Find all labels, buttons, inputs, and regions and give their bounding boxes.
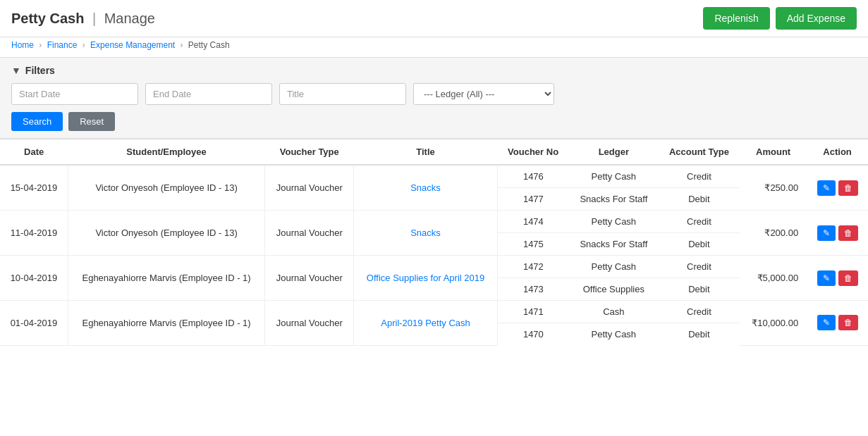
cell-account-type-1: Credit <box>659 256 740 278</box>
cell-ledger-1: Petty Cash <box>569 211 659 233</box>
breadcrumb-sep-2: › <box>82 40 85 50</box>
cell-title[interactable]: April-2019 Petty Cash <box>354 301 498 346</box>
cell-ledger-2: Petty Cash <box>569 323 659 346</box>
cell-date: 15-04-2019 <box>0 165 68 211</box>
start-date-input[interactable] <box>11 83 138 105</box>
cell-voucher-type: Journal Voucher <box>265 256 354 301</box>
cell-action: ✎ 🗑 <box>807 256 868 301</box>
col-action: Action <box>807 139 868 166</box>
cell-title[interactable]: Snacks <box>354 165 498 211</box>
delete-button[interactable]: 🗑 <box>838 180 858 196</box>
col-voucher-type: Voucher Type <box>265 139 354 166</box>
cell-amount: ₹5,000.00 <box>740 256 807 301</box>
title-separator: | <box>92 11 96 26</box>
cell-employee: Eghenayahiorre Marvis (Employee ID - 1) <box>68 301 265 346</box>
delete-button[interactable]: 🗑 <box>838 225 858 241</box>
edit-button[interactable]: ✎ <box>817 315 836 330</box>
cell-voucher-no-1: 1474 <box>497 211 569 233</box>
cell-employee: Eghenayahiorre Marvis (Employee ID - 1) <box>68 256 265 301</box>
cell-ledger-2: Snacks For Staff <box>569 233 659 256</box>
cell-amount: ₹250.00 <box>740 165 807 211</box>
cell-ledger-1: Cash <box>569 301 659 323</box>
cell-voucher-type: Journal Voucher <box>265 211 354 256</box>
cell-voucher-no-2: 1470 <box>497 323 569 346</box>
expense-table: Date Student/Employee Voucher Type Title… <box>0 139 868 346</box>
cell-voucher-no-2: 1477 <box>497 188 569 211</box>
search-button[interactable]: Search <box>11 112 63 131</box>
filters-actions: Search Reset <box>11 112 857 131</box>
cell-account-type-1: Credit <box>659 165 740 188</box>
cell-ledger-2: Snacks For Staff <box>569 188 659 211</box>
title-petty-cash: Petty Cash <box>11 11 84 26</box>
header-buttons: Replenish Add Expense <box>703 7 857 30</box>
edit-button[interactable]: ✎ <box>817 225 836 241</box>
col-account-type: Account Type <box>659 139 740 166</box>
cell-voucher-type: Journal Voucher <box>265 165 354 211</box>
delete-button[interactable]: 🗑 <box>838 315 858 330</box>
cell-account-type-1: Credit <box>659 211 740 233</box>
cell-date: 01-04-2019 <box>0 301 68 346</box>
ledger-select[interactable]: --- Ledger (All) --- Petty Cash Cash Off… <box>413 83 554 105</box>
cell-account-type-2: Debit <box>659 188 740 211</box>
filters-title: ▼ Filters <box>11 65 857 76</box>
filter-icon: ▼ <box>11 65 21 76</box>
cell-amount: ₹200.00 <box>740 211 807 256</box>
table-row: 11-04-2019 Victor Onyesoh (Employee ID -… <box>0 211 868 233</box>
filters-label: Filters <box>25 65 55 76</box>
table-row: 15-04-2019 Victor Onyesoh (Employee ID -… <box>0 165 868 188</box>
add-expense-button[interactable]: Add Expense <box>776 7 857 30</box>
delete-button[interactable]: 🗑 <box>838 270 858 286</box>
breadcrumb-home[interactable]: Home <box>11 40 34 50</box>
table-row: 10-04-2019 Eghenayahiorre Marvis (Employ… <box>0 256 868 278</box>
page-header: Petty Cash | Manage Replenish Add Expens… <box>0 0 868 37</box>
table-header-row: Date Student/Employee Voucher Type Title… <box>0 139 868 166</box>
breadcrumb-sep-3: › <box>181 40 183 50</box>
filters-row: --- Ledger (All) --- Petty Cash Cash Off… <box>11 83 857 105</box>
cell-account-type-2: Debit <box>659 278 740 301</box>
cell-voucher-no-2: 1473 <box>497 278 569 301</box>
cell-ledger-1: Petty Cash <box>569 256 659 278</box>
title-link[interactable]: April-2019 Petty Cash <box>381 318 470 328</box>
col-amount: Amount <box>740 139 807 166</box>
table-wrapper: Date Student/Employee Voucher Type Title… <box>0 139 868 346</box>
cell-action: ✎ 🗑 <box>807 211 868 256</box>
cell-account-type-2: Debit <box>659 323 740 346</box>
cell-voucher-no-1: 1472 <box>497 256 569 278</box>
title-link[interactable]: Office Supplies for April 2019 <box>367 273 484 283</box>
col-title: Title <box>354 139 498 166</box>
reset-button[interactable]: Reset <box>68 112 115 131</box>
cell-action: ✎ 🗑 <box>807 165 868 211</box>
breadcrumb: Home › Finance › Expense Management › Pe… <box>0 37 868 57</box>
col-ledger: Ledger <box>569 139 659 166</box>
table-row: 01-04-2019 Eghenayahiorre Marvis (Employ… <box>0 301 868 323</box>
cell-account-type-2: Debit <box>659 233 740 256</box>
cell-date: 11-04-2019 <box>0 211 68 256</box>
cell-ledger-2: Office Supplies <box>569 278 659 301</box>
title-link[interactable]: Snacks <box>410 182 441 193</box>
cell-action: ✎ 🗑 <box>807 301 868 346</box>
edit-button[interactable]: ✎ <box>817 180 836 196</box>
title-input[interactable] <box>279 83 406 105</box>
cell-employee: Victor Onyesoh (Employee ID - 13) <box>68 165 265 211</box>
cell-voucher-no-1: 1471 <box>497 301 569 323</box>
cell-voucher-type: Journal Voucher <box>265 301 354 346</box>
page-title: Petty Cash | Manage <box>11 11 155 27</box>
cell-voucher-no-2: 1475 <box>497 233 569 256</box>
breadcrumb-expense-management[interactable]: Expense Management <box>90 40 175 50</box>
breadcrumb-sep-1: › <box>39 40 42 50</box>
title-manage: Manage <box>104 11 155 26</box>
cell-employee: Victor Onyesoh (Employee ID - 13) <box>68 211 265 256</box>
cell-date: 10-04-2019 <box>0 256 68 301</box>
col-employee: Student/Employee <box>68 139 265 166</box>
edit-button[interactable]: ✎ <box>817 270 836 286</box>
breadcrumb-petty-cash: Petty Cash <box>188 40 230 50</box>
title-link[interactable]: Snacks <box>410 228 441 238</box>
filters-section: ▼ Filters --- Ledger (All) --- Petty Cas… <box>0 57 868 139</box>
replenish-button[interactable]: Replenish <box>703 7 769 30</box>
breadcrumb-finance[interactable]: Finance <box>47 40 78 50</box>
end-date-input[interactable] <box>145 83 272 105</box>
col-date: Date <box>0 139 68 166</box>
cell-title[interactable]: Office Supplies for April 2019 <box>354 256 498 301</box>
cell-title[interactable]: Snacks <box>354 211 498 256</box>
cell-account-type-1: Credit <box>659 301 740 323</box>
